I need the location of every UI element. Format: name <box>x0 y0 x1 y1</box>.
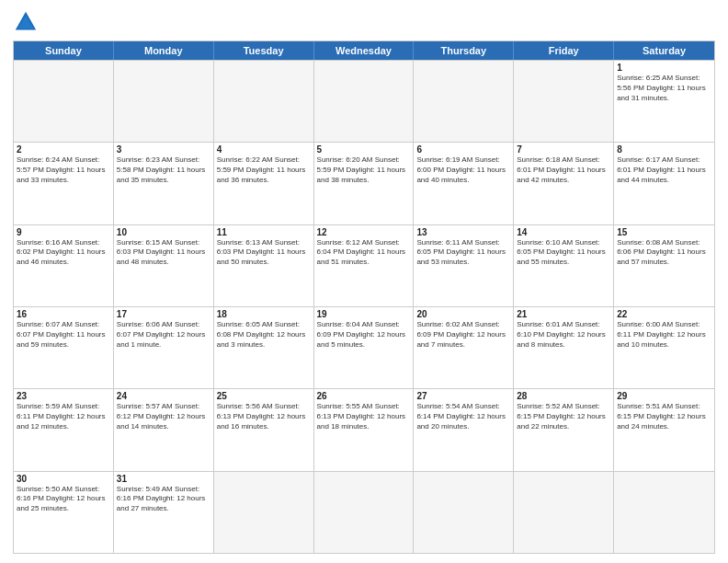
day-number: 8 <box>617 144 711 155</box>
day-number: 22 <box>617 309 711 319</box>
day-number: 17 <box>117 309 210 319</box>
day-info: Sunrise: 6:02 AM Sunset: 6:09 PM Dayligh… <box>416 320 510 350</box>
day-number: 16 <box>17 309 110 319</box>
day-number: 20 <box>416 309 510 319</box>
day-cell-30: 30Sunrise: 5:50 AM Sunset: 6:16 PM Dayli… <box>14 472 114 553</box>
day-number: 24 <box>117 391 210 401</box>
day-cell-empty-5-2 <box>214 472 314 553</box>
day-info: Sunrise: 5:57 AM Sunset: 6:12 PM Dayligh… <box>117 402 210 431</box>
day-cell-5: 5Sunrise: 6:20 AM Sunset: 5:59 PM Daylig… <box>314 143 415 224</box>
logo-icon <box>13 9 39 35</box>
day-cell-12: 12Sunrise: 6:12 AM Sunset: 6:04 PM Dayli… <box>314 225 415 306</box>
day-cell-17: 17Sunrise: 6:06 AM Sunset: 6:07 PM Dayli… <box>114 307 214 388</box>
day-info: Sunrise: 6:20 AM Sunset: 5:59 PM Dayligh… <box>317 155 411 185</box>
day-number: 15 <box>617 227 711 237</box>
day-info: Sunrise: 5:59 AM Sunset: 6:11 PM Dayligh… <box>17 402 110 431</box>
day-number: 31 <box>117 474 210 484</box>
calendar-row-2: 9Sunrise: 6:16 AM Sunset: 6:02 PM Daylig… <box>14 224 714 306</box>
day-cell-22: 22Sunrise: 6:00 AM Sunset: 6:11 PM Dayli… <box>614 307 714 388</box>
weekday-header-wednesday: Wednesday <box>314 41 415 60</box>
day-cell-7: 7Sunrise: 6:18 AM Sunset: 6:01 PM Daylig… <box>514 143 614 224</box>
day-number: 25 <box>217 391 311 401</box>
day-number: 6 <box>416 144 510 155</box>
day-cell-29: 29Sunrise: 5:51 AM Sunset: 6:15 PM Dayli… <box>614 389 714 470</box>
day-info: Sunrise: 6:07 AM Sunset: 6:07 PM Dayligh… <box>17 320 110 350</box>
day-number: 3 <box>117 144 210 155</box>
day-number: 5 <box>317 144 411 155</box>
day-number: 19 <box>317 309 411 319</box>
day-info: Sunrise: 6:13 AM Sunset: 6:03 PM Dayligh… <box>217 238 311 268</box>
day-info: Sunrise: 6:00 AM Sunset: 6:11 PM Dayligh… <box>617 320 711 350</box>
day-cell-4: 4Sunrise: 6:22 AM Sunset: 5:59 PM Daylig… <box>214 143 314 224</box>
weekday-header-friday: Friday <box>514 41 614 60</box>
day-info: Sunrise: 5:56 AM Sunset: 6:13 PM Dayligh… <box>217 402 311 431</box>
day-cell-20: 20Sunrise: 6:02 AM Sunset: 6:09 PM Dayli… <box>414 307 514 388</box>
day-cell-19: 19Sunrise: 6:04 AM Sunset: 6:09 PM Dayli… <box>314 307 415 388</box>
day-info: Sunrise: 6:25 AM Sunset: 5:56 PM Dayligh… <box>617 74 711 103</box>
day-info: Sunrise: 6:08 AM Sunset: 6:06 PM Dayligh… <box>617 238 711 268</box>
day-number: 29 <box>617 391 711 401</box>
page: SundayMondayTuesdayWednesdayThursdayFrid… <box>0 0 728 563</box>
day-info: Sunrise: 6:05 AM Sunset: 6:08 PM Dayligh… <box>217 320 311 350</box>
day-info: Sunrise: 6:04 AM Sunset: 6:09 PM Dayligh… <box>317 320 411 350</box>
weekday-header-sunday: Sunday <box>14 41 114 60</box>
day-number: 14 <box>517 227 610 237</box>
day-info: Sunrise: 5:50 AM Sunset: 6:16 PM Dayligh… <box>17 485 110 514</box>
day-cell-empty-0-3 <box>314 61 415 142</box>
day-cell-9: 9Sunrise: 6:16 AM Sunset: 6:02 PM Daylig… <box>14 225 114 306</box>
day-info: Sunrise: 6:23 AM Sunset: 5:58 PM Dayligh… <box>117 155 210 185</box>
day-info: Sunrise: 5:49 AM Sunset: 6:16 PM Dayligh… <box>117 485 210 514</box>
day-cell-26: 26Sunrise: 5:55 AM Sunset: 6:13 PM Dayli… <box>314 389 415 470</box>
day-cell-3: 3Sunrise: 6:23 AM Sunset: 5:58 PM Daylig… <box>114 143 214 224</box>
day-cell-1: 1Sunrise: 6:25 AM Sunset: 5:56 PM Daylig… <box>614 61 714 142</box>
day-number: 21 <box>517 309 610 319</box>
day-number: 2 <box>17 144 110 155</box>
day-cell-6: 6Sunrise: 6:19 AM Sunset: 6:00 PM Daylig… <box>414 143 514 224</box>
calendar-row-0: 1Sunrise: 6:25 AM Sunset: 5:56 PM Daylig… <box>14 60 714 142</box>
day-cell-14: 14Sunrise: 6:10 AM Sunset: 6:05 PM Dayli… <box>514 225 614 306</box>
day-cell-empty-5-6 <box>614 472 714 553</box>
day-number: 13 <box>416 227 510 237</box>
calendar-row-1: 2Sunrise: 6:24 AM Sunset: 5:57 PM Daylig… <box>14 142 714 224</box>
day-info: Sunrise: 6:16 AM Sunset: 6:02 PM Dayligh… <box>17 238 110 268</box>
day-cell-18: 18Sunrise: 6:05 AM Sunset: 6:08 PM Dayli… <box>214 307 314 388</box>
day-cell-15: 15Sunrise: 6:08 AM Sunset: 6:06 PM Dayli… <box>614 225 714 306</box>
header <box>13 9 715 35</box>
day-number: 9 <box>17 227 110 237</box>
logo <box>13 9 42 35</box>
day-cell-empty-0-1 <box>114 61 214 142</box>
day-number: 30 <box>17 474 110 484</box>
day-cell-empty-0-4 <box>414 61 514 142</box>
day-number: 11 <box>217 227 311 237</box>
day-number: 27 <box>416 391 510 401</box>
day-cell-empty-5-3 <box>314 472 415 553</box>
day-info: Sunrise: 6:15 AM Sunset: 6:03 PM Dayligh… <box>117 238 210 268</box>
day-cell-13: 13Sunrise: 6:11 AM Sunset: 6:05 PM Dayli… <box>414 225 514 306</box>
day-info: Sunrise: 6:12 AM Sunset: 6:04 PM Dayligh… <box>317 238 411 268</box>
calendar-row-3: 16Sunrise: 6:07 AM Sunset: 6:07 PM Dayli… <box>14 306 714 388</box>
day-cell-24: 24Sunrise: 5:57 AM Sunset: 6:12 PM Dayli… <box>114 389 214 470</box>
day-cell-empty-0-0 <box>14 61 114 142</box>
calendar-row-5: 30Sunrise: 5:50 AM Sunset: 6:16 PM Dayli… <box>14 471 714 553</box>
day-info: Sunrise: 5:55 AM Sunset: 6:13 PM Dayligh… <box>317 402 411 431</box>
day-info: Sunrise: 6:11 AM Sunset: 6:05 PM Dayligh… <box>416 238 510 268</box>
weekday-header-thursday: Thursday <box>414 41 514 60</box>
day-cell-empty-0-5 <box>514 61 614 142</box>
day-cell-10: 10Sunrise: 6:15 AM Sunset: 6:03 PM Dayli… <box>114 225 214 306</box>
day-cell-25: 25Sunrise: 5:56 AM Sunset: 6:13 PM Dayli… <box>214 389 314 470</box>
day-cell-empty-0-2 <box>214 61 314 142</box>
day-info: Sunrise: 6:06 AM Sunset: 6:07 PM Dayligh… <box>117 320 210 350</box>
day-info: Sunrise: 6:18 AM Sunset: 6:01 PM Dayligh… <box>517 155 610 185</box>
day-number: 12 <box>317 227 411 237</box>
day-number: 4 <box>217 144 311 155</box>
day-cell-21: 21Sunrise: 6:01 AM Sunset: 6:10 PM Dayli… <box>514 307 614 388</box>
day-number: 28 <box>517 391 610 401</box>
day-cell-27: 27Sunrise: 5:54 AM Sunset: 6:14 PM Dayli… <box>414 389 514 470</box>
calendar-row-4: 23Sunrise: 5:59 AM Sunset: 6:11 PM Dayli… <box>14 388 714 470</box>
day-cell-16: 16Sunrise: 6:07 AM Sunset: 6:07 PM Dayli… <box>14 307 114 388</box>
calendar: SundayMondayTuesdayWednesdayThursdayFrid… <box>13 40 715 554</box>
day-info: Sunrise: 6:17 AM Sunset: 6:01 PM Dayligh… <box>617 155 711 185</box>
day-cell-empty-5-5 <box>514 472 614 553</box>
day-cell-2: 2Sunrise: 6:24 AM Sunset: 5:57 PM Daylig… <box>14 143 114 224</box>
calendar-header: SundayMondayTuesdayWednesdayThursdayFrid… <box>14 41 714 60</box>
